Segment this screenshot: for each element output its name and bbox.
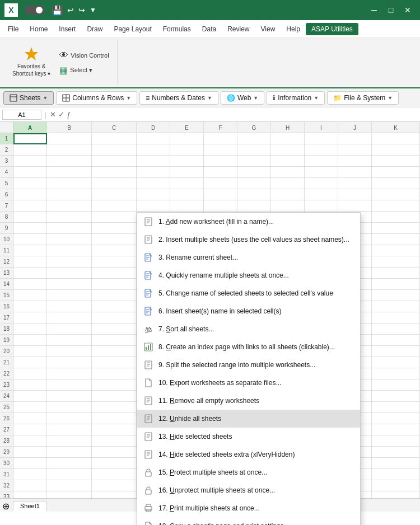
grid-cell[interactable] <box>47 200 92 212</box>
grid-cell[interactable] <box>372 234 420 245</box>
col-header-a[interactable]: A <box>13 122 47 133</box>
grid-cell[interactable] <box>92 245 137 256</box>
grid-cell[interactable] <box>170 178 204 189</box>
formula-cancel-icon[interactable]: ✕ <box>50 110 56 119</box>
grid-cell[interactable] <box>305 133 338 144</box>
grid-cell[interactable] <box>13 413 47 424</box>
grid-cell[interactable] <box>13 424 47 435</box>
grid-cell[interactable] <box>47 245 92 256</box>
row-header[interactable]: 3 <box>0 156 13 167</box>
grid-cell[interactable] <box>47 335 92 346</box>
grid-cell[interactable] <box>13 234 47 245</box>
grid-cell[interactable] <box>47 458 92 469</box>
grid-cell[interactable] <box>47 402 92 413</box>
grid-cell[interactable] <box>47 178 92 189</box>
grid-cell[interactable] <box>372 301 420 312</box>
grid-cell[interactable] <box>372 480 420 491</box>
grid-cell[interactable] <box>170 189 204 200</box>
grid-cell[interactable] <box>338 156 372 167</box>
grid-cell[interactable] <box>47 357 92 368</box>
row-header[interactable]: 30 <box>0 458 13 469</box>
grid-cell[interactable] <box>137 144 170 156</box>
grid-cell[interactable] <box>92 290 137 301</box>
grid-cell[interactable] <box>13 391 47 402</box>
row-header[interactable]: 2 <box>0 144 13 156</box>
menu-data[interactable]: Data <box>197 23 222 35</box>
row-header[interactable]: 25 <box>0 402 13 413</box>
grid-cell[interactable] <box>47 435 92 447</box>
grid-cell[interactable] <box>170 133 204 144</box>
grid-cell[interactable] <box>204 200 237 212</box>
list-item[interactable]: 17. Print multiple sheets at once... <box>137 499 360 517</box>
grid-cell[interactable] <box>338 189 372 200</box>
grid-cell[interactable] <box>372 167 420 178</box>
grid-cell[interactable] <box>305 167 338 178</box>
grid-cell[interactable] <box>305 156 338 167</box>
grid-cell[interactable] <box>372 335 420 346</box>
asap-information-button[interactable]: ℹ Information ▼ <box>267 91 325 105</box>
asap-sheets-button[interactable]: Sheets ▼ <box>3 91 54 105</box>
close-button[interactable]: ✕ <box>400 2 416 18</box>
grid-cell[interactable] <box>13 268 47 279</box>
grid-cell[interactable] <box>13 447 47 458</box>
grid-cell[interactable] <box>372 144 420 156</box>
asap-numbers-dates-button[interactable]: ≡ Numbers & Dates ▼ <box>139 91 218 105</box>
grid-cell[interactable] <box>372 200 420 212</box>
grid-cell[interactable] <box>372 268 420 279</box>
grid-cell[interactable] <box>237 178 271 189</box>
grid-cell[interactable] <box>13 167 47 178</box>
list-item[interactable]: 15. Protect multiple sheets at once... <box>137 463 360 481</box>
col-header-f[interactable]: F <box>204 122 237 133</box>
grid-cell[interactable] <box>372 379 420 391</box>
asap-columns-rows-button[interactable]: Columns & Rows ▼ <box>56 91 137 105</box>
list-item[interactable]: Az7. Sort all sheets... <box>137 320 360 338</box>
col-header-e[interactable]: E <box>170 122 204 133</box>
grid-cell[interactable] <box>338 178 372 189</box>
grid-cell[interactable] <box>47 391 92 402</box>
grid-cell[interactable] <box>13 346 47 357</box>
grid-cell[interactable] <box>13 144 47 156</box>
grid-cell[interactable] <box>47 212 92 223</box>
grid-cell[interactable] <box>47 133 92 144</box>
grid-cell[interactable] <box>372 324 420 335</box>
grid-cell[interactable] <box>372 178 420 189</box>
grid-cell[interactable] <box>13 402 47 413</box>
grid-cell[interactable] <box>47 290 92 301</box>
row-header[interactable]: 18 <box>0 324 13 335</box>
grid-cell[interactable] <box>92 212 137 223</box>
grid-cell[interactable] <box>92 279 137 290</box>
grid-cell[interactable] <box>372 290 420 301</box>
grid-cell[interactable] <box>204 189 237 200</box>
list-item[interactable]: 10. Export worksheets as separate files.… <box>137 374 360 392</box>
grid-cell[interactable] <box>47 223 92 234</box>
grid-cell[interactable] <box>271 200 305 212</box>
list-item[interactable]: 6. Insert sheet(s) name in selected cell… <box>137 302 360 320</box>
grid-cell[interactable] <box>338 144 372 156</box>
grid-cell[interactable] <box>372 189 420 200</box>
grid-cell[interactable] <box>13 133 47 144</box>
vision-control-button[interactable]: 👁 Vision Control <box>56 49 112 62</box>
grid-cell[interactable] <box>92 458 137 469</box>
redo-icon[interactable]: ↪ <box>78 6 85 15</box>
asap-web-button[interactable]: 🌐 Web ▼ <box>221 91 264 105</box>
grid-cell[interactable] <box>137 189 170 200</box>
grid-cell[interactable] <box>13 189 47 200</box>
menu-file[interactable]: File <box>2 23 24 35</box>
list-item[interactable]: 4. Quickly rename multiple sheets at onc… <box>137 266 360 284</box>
asap-file-system-button[interactable]: 📁 File & System ▼ <box>327 91 399 105</box>
grid-cell[interactable] <box>13 212 47 223</box>
grid-cell[interactable] <box>13 178 47 189</box>
grid-cell[interactable] <box>47 447 92 458</box>
grid-cell[interactable] <box>92 368 137 379</box>
grid-cell[interactable] <box>47 379 92 391</box>
grid-cell[interactable] <box>305 144 338 156</box>
grid-cell[interactable] <box>372 402 420 413</box>
row-header[interactable]: 8 <box>0 212 13 223</box>
col-header-g[interactable]: G <box>237 122 271 133</box>
grid-cell[interactable] <box>92 234 137 245</box>
col-header-c[interactable]: C <box>92 122 137 133</box>
grid-cell[interactable] <box>92 133 137 144</box>
cell-reference-box[interactable] <box>2 110 41 120</box>
grid-cell[interactable] <box>13 200 47 212</box>
col-header-k[interactable]: K <box>372 122 420 133</box>
